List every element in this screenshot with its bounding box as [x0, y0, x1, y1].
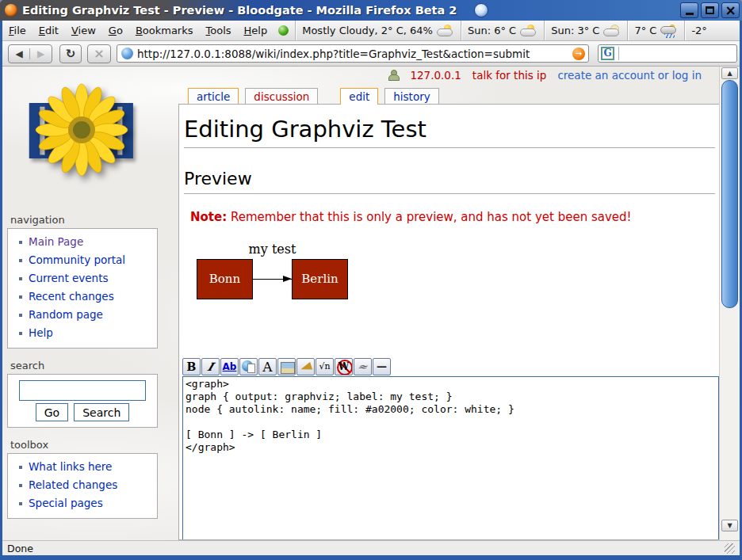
internal-link-icon[interactable]: Ab	[220, 358, 239, 375]
menu-bar: FileEditViewGoBookmarksToolsHelp Mostly …	[2, 21, 740, 41]
page-title: Editing Graphviz Test	[184, 115, 715, 148]
go-icon[interactable]: →	[572, 48, 585, 60]
scrollbar-thumb[interactable]	[721, 80, 738, 308]
login-link[interactable]: create an account or log in	[557, 69, 702, 82]
signature-icon[interactable]: ≈	[354, 358, 372, 375]
nav-link-recent-changes[interactable]: Recent changes	[29, 290, 114, 303]
weather-text: Sun: 6° C	[468, 25, 516, 36]
menu-tools[interactable]: Tools	[200, 21, 238, 40]
weather-text: -2°	[691, 25, 706, 36]
toolbox-item: What links here	[8, 458, 157, 476]
article-content: Editing Graphviz Test Preview Note: Reme…	[178, 104, 721, 540]
resize-grip[interactable]	[725, 543, 735, 554]
firefox-icon	[5, 4, 17, 17]
note-text: Remember that this is only a preview, an…	[231, 210, 632, 224]
forward-button[interactable]: ▶	[30, 48, 52, 59]
bullet-icon	[19, 484, 22, 487]
tab-edit[interactable]: edit	[340, 88, 378, 105]
weather-text: Sun: 3° C	[551, 25, 599, 36]
nav-item: Community portal	[8, 251, 157, 269]
go-button[interactable]: Go	[36, 403, 68, 421]
web-search-input[interactable]	[618, 47, 742, 60]
menu-go[interactable]: Go	[102, 21, 129, 40]
bullet-icon	[19, 241, 22, 244]
weather-segment[interactable]: Sun: 3° C	[544, 21, 627, 40]
nav-item: Help	[8, 324, 157, 342]
tab-history[interactable]: history	[384, 88, 438, 104]
bullet-icon	[19, 502, 22, 505]
headline-icon[interactable]: A	[258, 358, 277, 375]
weather-segment[interactable]: 7° C	[627, 21, 684, 40]
user-talk-link[interactable]: talk for this ip	[472, 69, 547, 82]
weather-segment[interactable]: -2°	[684, 21, 713, 40]
preview-note: Note: Remember that this is only a previ…	[190, 210, 715, 224]
back-button[interactable]: ◀	[9, 48, 30, 59]
toolbox-item: Related changes	[8, 476, 157, 494]
nav-link-main-page[interactable]: Main Page	[29, 235, 83, 249]
bullet-icon	[19, 314, 22, 317]
navigation-list: Main PageCommunity portalCurrent eventsR…	[8, 233, 157, 342]
sun-cloud-icon	[520, 25, 537, 36]
navigation-toolbar: ◀ ▶ ↻ × → G	[2, 41, 740, 67]
italic-icon[interactable]: I	[201, 358, 220, 375]
nav-item: Main Page	[8, 233, 157, 251]
stop-button[interactable]: ×	[87, 44, 111, 63]
bullet-icon	[19, 295, 22, 299]
close-button[interactable]: ×	[721, 2, 740, 18]
menu-help[interactable]: Help	[238, 21, 274, 40]
nav-link-help[interactable]: Help	[29, 326, 53, 340]
page-viewport: 127.0.0.1 talk for this ip create an acc…	[2, 67, 740, 540]
weather-segment[interactable]: Sun: 6° C	[461, 21, 544, 40]
graph-row: Bonn Berlin	[197, 259, 348, 299]
toolbox-link-special-pages[interactable]: Special pages	[29, 497, 103, 510]
search-box: Go Search	[7, 374, 158, 428]
horizontal-rule-icon[interactable]: —	[373, 358, 391, 375]
media-icon[interactable]	[296, 358, 315, 375]
graph-node-berlin[interactable]: Berlin	[292, 259, 348, 299]
scroll-down-button[interactable]: ▼	[721, 520, 738, 531]
math-icon[interactable]: √n	[316, 358, 334, 375]
scroll-up-button[interactable]: ▲	[721, 67, 738, 79]
nav-item: Recent changes	[8, 288, 157, 306]
note-label: Note:	[190, 210, 227, 224]
nav-link-random-page[interactable]: Random page	[29, 308, 103, 322]
nowiki-icon[interactable]: W	[335, 358, 353, 375]
menu-file[interactable]: File	[2, 21, 33, 40]
minimize-button[interactable]	[680, 2, 698, 18]
graph-node-bonn[interactable]: Bonn	[197, 259, 253, 299]
menus: FileEditViewGoBookmarksToolsHelp	[2, 21, 273, 40]
navigation-box: Main PageCommunity portalCurrent eventsR…	[7, 228, 158, 349]
menu-bookmarks[interactable]: Bookmarks	[129, 21, 200, 40]
menu-view[interactable]: View	[65, 21, 102, 40]
bullet-icon	[19, 277, 22, 280]
wikitext-editor[interactable]	[182, 376, 719, 540]
menu-edit[interactable]: Edit	[33, 21, 65, 40]
nav-link-current-events[interactable]: Current events	[29, 272, 108, 285]
back-forward-buttons: ◀ ▶	[8, 44, 52, 63]
weather-segment[interactable]: Mostly Cloudy, 2° C, 64%	[295, 21, 461, 40]
image-icon[interactable]	[277, 358, 296, 375]
moon-cloud-icon	[603, 25, 621, 36]
tab-article[interactable]: article	[188, 88, 239, 104]
status-bar: Done	[2, 540, 740, 555]
toolbox-link-what-links-here[interactable]: What links here	[29, 460, 112, 474]
wiki-logo[interactable]: [[ ]]	[2, 84, 178, 203]
url-input[interactable]	[137, 48, 572, 60]
weather-toolbar: Mostly Cloudy, 2° C, 64%Sun: 6° CSun: 3°…	[295, 21, 740, 40]
external-link-icon[interactable]	[239, 358, 258, 375]
user-ip-link[interactable]: 127.0.0.1	[410, 69, 461, 82]
toolbox-link-related-changes[interactable]: Related changes	[29, 478, 117, 492]
minimize-icon	[686, 13, 694, 15]
reload-button[interactable]: ↻	[59, 44, 82, 63]
maximize-button[interactable]	[701, 2, 719, 18]
bullet-icon	[19, 259, 22, 262]
search-button[interactable]: Search	[74, 403, 129, 421]
wiki-search-input[interactable]	[19, 380, 146, 401]
preview-heading: Preview	[184, 168, 715, 194]
tab-discussion[interactable]: discussion	[245, 88, 318, 104]
sun-cloud-icon	[437, 25, 454, 36]
title-bar[interactable]: Editing Graphviz Test - Preview - Bloodg…	[0, 0, 742, 21]
bold-icon[interactable]: B	[182, 358, 201, 375]
nav-item: Current events	[8, 269, 157, 288]
nav-link-community-portal[interactable]: Community portal	[29, 253, 125, 267]
